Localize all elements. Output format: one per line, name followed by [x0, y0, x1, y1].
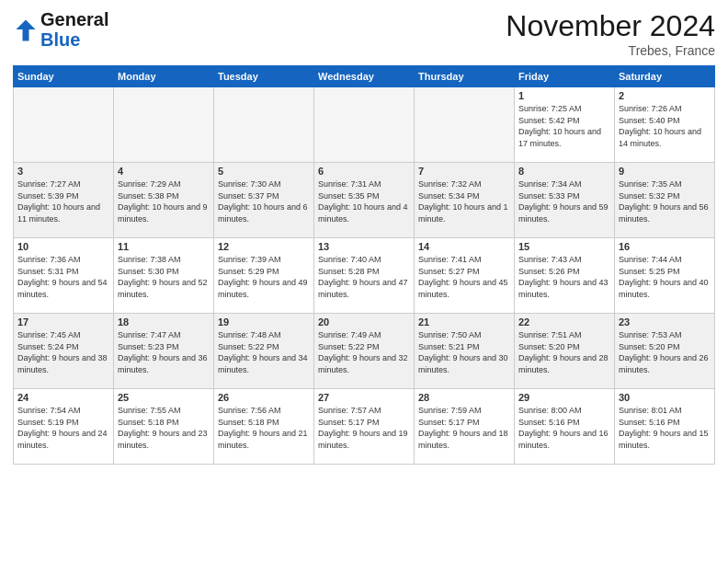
day-number: 30 — [619, 392, 711, 403]
day-info: Sunrise: 7:35 AM Sunset: 5:32 PM Dayligh… — [619, 178, 711, 224]
day-number: 21 — [418, 316, 510, 327]
day-info: Sunrise: 7:45 AM Sunset: 5:24 PM Dayligh… — [17, 329, 109, 375]
day-number: 26 — [218, 392, 310, 403]
calendar-week-2: 3Sunrise: 7:27 AM Sunset: 5:39 PM Daylig… — [14, 163, 715, 238]
calendar-week-1: 1Sunrise: 7:25 AM Sunset: 5:42 PM Daylig… — [14, 87, 715, 163]
day-number: 10 — [17, 241, 109, 252]
day-number: 4 — [118, 166, 210, 177]
calendar-cell: 25Sunrise: 7:55 AM Sunset: 5:18 PM Dayli… — [114, 389, 214, 465]
day-number: 3 — [17, 166, 109, 177]
day-info: Sunrise: 8:01 AM Sunset: 5:16 PM Dayligh… — [619, 405, 711, 451]
calendar-cell: 8Sunrise: 7:34 AM Sunset: 5:33 PM Daylig… — [515, 163, 615, 238]
calendar-cell: 7Sunrise: 7:32 AM Sunset: 5:34 PM Daylig… — [415, 163, 515, 238]
day-number: 22 — [518, 316, 610, 327]
calendar-cell: 27Sunrise: 7:57 AM Sunset: 5:17 PM Dayli… — [314, 389, 415, 465]
logo-icon — [13, 17, 39, 42]
day-info: Sunrise: 7:48 AM Sunset: 5:22 PM Dayligh… — [218, 329, 310, 375]
title-block: November 2024 Trebes, France — [506, 9, 715, 58]
calendar-cell: 2Sunrise: 7:26 AM Sunset: 5:40 PM Daylig… — [615, 87, 715, 163]
day-info: Sunrise: 7:36 AM Sunset: 5:31 PM Dayligh… — [17, 254, 109, 300]
month-title: November 2024 — [506, 9, 715, 43]
day-number: 16 — [619, 241, 711, 252]
calendar-cell: 24Sunrise: 7:54 AM Sunset: 5:19 PM Dayli… — [14, 389, 114, 465]
calendar-cell: 17Sunrise: 7:45 AM Sunset: 5:24 PM Dayli… — [14, 314, 114, 389]
logo: General Blue — [13, 9, 108, 50]
calendar-cell — [214, 87, 314, 163]
calendar-cell: 22Sunrise: 7:51 AM Sunset: 5:20 PM Dayli… — [515, 314, 615, 389]
day-info: Sunrise: 7:40 AM Sunset: 5:28 PM Dayligh… — [318, 254, 410, 300]
day-info: Sunrise: 7:29 AM Sunset: 5:38 PM Dayligh… — [118, 178, 210, 224]
day-number: 20 — [318, 316, 410, 327]
calendar-week-4: 17Sunrise: 7:45 AM Sunset: 5:24 PM Dayli… — [14, 314, 715, 389]
day-info: Sunrise: 7:49 AM Sunset: 5:22 PM Dayligh… — [318, 329, 410, 375]
calendar-cell: 29Sunrise: 8:00 AM Sunset: 5:16 PM Dayli… — [515, 389, 615, 465]
day-info: Sunrise: 7:44 AM Sunset: 5:25 PM Dayligh… — [619, 254, 711, 300]
calendar-cell: 16Sunrise: 7:44 AM Sunset: 5:25 PM Dayli… — [615, 238, 715, 314]
header: General Blue November 2024 Trebes, Franc… — [13, 9, 715, 58]
calendar-cell: 21Sunrise: 7:50 AM Sunset: 5:21 PM Dayli… — [415, 314, 515, 389]
day-info: Sunrise: 7:26 AM Sunset: 5:40 PM Dayligh… — [619, 103, 711, 149]
day-info: Sunrise: 7:59 AM Sunset: 5:17 PM Dayligh… — [418, 405, 510, 451]
day-number: 2 — [619, 90, 711, 101]
day-info: Sunrise: 7:38 AM Sunset: 5:30 PM Dayligh… — [118, 254, 210, 300]
calendar-cell: 1Sunrise: 7:25 AM Sunset: 5:42 PM Daylig… — [515, 87, 615, 163]
day-info: Sunrise: 7:25 AM Sunset: 5:42 PM Dayligh… — [518, 103, 610, 149]
day-number: 11 — [118, 241, 210, 252]
calendar-cell: 9Sunrise: 7:35 AM Sunset: 5:32 PM Daylig… — [615, 163, 715, 238]
day-info: Sunrise: 7:50 AM Sunset: 5:21 PM Dayligh… — [418, 329, 510, 375]
day-info: Sunrise: 7:53 AM Sunset: 5:20 PM Dayligh… — [619, 329, 711, 375]
day-info: Sunrise: 7:32 AM Sunset: 5:34 PM Dayligh… — [418, 178, 510, 224]
calendar-cell: 18Sunrise: 7:47 AM Sunset: 5:23 PM Dayli… — [114, 314, 214, 389]
calendar-cell: 4Sunrise: 7:29 AM Sunset: 5:38 PM Daylig… — [114, 163, 214, 238]
day-number: 18 — [118, 316, 210, 327]
calendar-cell: 6Sunrise: 7:31 AM Sunset: 5:35 PM Daylig… — [314, 163, 415, 238]
day-number: 14 — [418, 241, 510, 252]
day-number: 27 — [318, 392, 410, 403]
calendar-cell: 28Sunrise: 7:59 AM Sunset: 5:17 PM Dayli… — [415, 389, 515, 465]
day-number: 29 — [518, 392, 610, 403]
location: Trebes, France — [506, 43, 715, 58]
calendar-cell — [415, 87, 515, 163]
logo-text: General Blue — [40, 9, 108, 50]
svg-marker-0 — [17, 20, 36, 41]
day-number: 13 — [318, 241, 410, 252]
calendar-cell: 20Sunrise: 7:49 AM Sunset: 5:22 PM Dayli… — [314, 314, 415, 389]
day-number: 7 — [418, 166, 510, 177]
day-number: 15 — [518, 241, 610, 252]
day-info: Sunrise: 8:00 AM Sunset: 5:16 PM Dayligh… — [518, 405, 610, 451]
day-number: 28 — [418, 392, 510, 403]
day-number: 19 — [218, 316, 310, 327]
day-info: Sunrise: 7:34 AM Sunset: 5:33 PM Dayligh… — [518, 178, 610, 224]
calendar-cell — [314, 87, 415, 163]
header-row: Sunday Monday Tuesday Wednesday Thursday… — [14, 66, 715, 87]
col-sunday: Sunday — [14, 66, 114, 87]
day-number: 24 — [17, 392, 109, 403]
calendar-cell: 19Sunrise: 7:48 AM Sunset: 5:22 PM Dayli… — [214, 314, 314, 389]
day-info: Sunrise: 7:39 AM Sunset: 5:29 PM Dayligh… — [218, 254, 310, 300]
calendar-cell — [114, 87, 214, 163]
calendar-cell: 12Sunrise: 7:39 AM Sunset: 5:29 PM Dayli… — [214, 238, 314, 314]
calendar-cell: 13Sunrise: 7:40 AM Sunset: 5:28 PM Dayli… — [314, 238, 415, 314]
day-info: Sunrise: 7:55 AM Sunset: 5:18 PM Dayligh… — [118, 405, 210, 451]
day-number: 12 — [218, 241, 310, 252]
day-info: Sunrise: 7:41 AM Sunset: 5:27 PM Dayligh… — [418, 254, 510, 300]
calendar-cell: 3Sunrise: 7:27 AM Sunset: 5:39 PM Daylig… — [14, 163, 114, 238]
calendar-cell: 11Sunrise: 7:38 AM Sunset: 5:30 PM Dayli… — [114, 238, 214, 314]
day-info: Sunrise: 7:51 AM Sunset: 5:20 PM Dayligh… — [518, 329, 610, 375]
day-info: Sunrise: 7:31 AM Sunset: 5:35 PM Dayligh… — [318, 178, 410, 224]
day-info: Sunrise: 7:30 AM Sunset: 5:37 PM Dayligh… — [218, 178, 310, 224]
calendar-cell: 23Sunrise: 7:53 AM Sunset: 5:20 PM Dayli… — [615, 314, 715, 389]
col-monday: Monday — [114, 66, 214, 87]
calendar-week-5: 24Sunrise: 7:54 AM Sunset: 5:19 PM Dayli… — [14, 389, 715, 465]
day-number: 25 — [118, 392, 210, 403]
day-info: Sunrise: 7:57 AM Sunset: 5:17 PM Dayligh… — [318, 405, 410, 451]
calendar-week-3: 10Sunrise: 7:36 AM Sunset: 5:31 PM Dayli… — [14, 238, 715, 314]
calendar-table: Sunday Monday Tuesday Wednesday Thursday… — [13, 65, 715, 465]
col-wednesday: Wednesday — [314, 66, 415, 87]
day-info: Sunrise: 7:27 AM Sunset: 5:39 PM Dayligh… — [17, 178, 109, 224]
day-number: 5 — [218, 166, 310, 177]
calendar-cell: 10Sunrise: 7:36 AM Sunset: 5:31 PM Dayli… — [14, 238, 114, 314]
day-number: 1 — [518, 90, 610, 101]
day-info: Sunrise: 7:47 AM Sunset: 5:23 PM Dayligh… — [118, 329, 210, 375]
calendar-cell — [14, 87, 114, 163]
